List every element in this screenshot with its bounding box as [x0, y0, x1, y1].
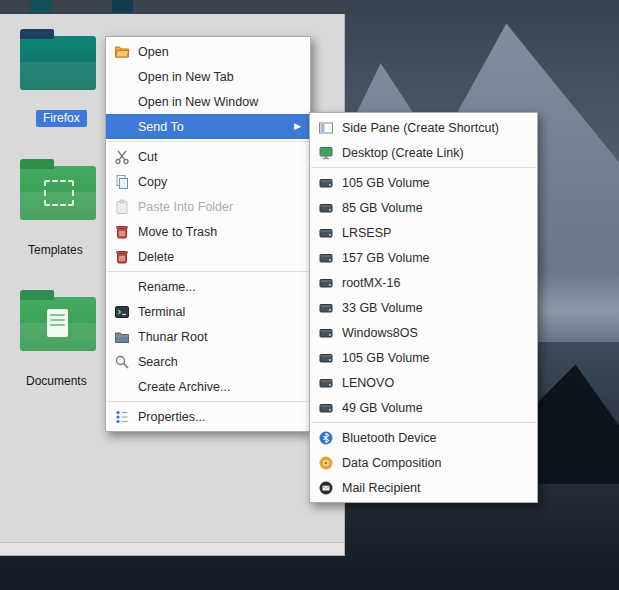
copy-icon: [113, 174, 130, 190]
menu-item-label: Cut: [138, 150, 157, 164]
firefox-folder-label[interactable]: Firefox: [36, 110, 87, 127]
menu-item-label: Open in New Tab: [138, 70, 234, 84]
drive-icon: [317, 300, 334, 316]
submenu-item-volume[interactable]: 157 GB Volume: [310, 245, 537, 270]
icon-spacer: [113, 279, 130, 295]
menu-item-label: Delete: [138, 250, 174, 264]
submenu-item-desktop-link[interactable]: Desktop (Create Link): [310, 140, 537, 165]
firefox-folder-icon[interactable]: [20, 36, 96, 90]
drive-icon: [317, 275, 334, 291]
submenu-arrow-icon: ▶: [294, 122, 301, 131]
submenu-item-label: Desktop (Create Link): [342, 146, 464, 160]
trash-icon: [113, 249, 130, 265]
folder-icon: [113, 329, 130, 345]
icon-spacer: [113, 69, 130, 85]
menu-item-send-to[interactable]: Send To ▶: [106, 114, 310, 139]
submenu-item-volume[interactable]: Windows8OS: [310, 320, 537, 345]
trash-icon: [113, 224, 130, 240]
submenu-item-label: Side Pane (Create Shortcut): [342, 121, 499, 135]
magnifier-icon: [113, 354, 130, 370]
drive-icon: [317, 400, 334, 416]
submenu-item-label: 105 GB Volume: [342, 176, 430, 190]
submenu-item-volume[interactable]: 85 GB Volume: [310, 195, 537, 220]
submenu-item-side-pane[interactable]: Side Pane (Create Shortcut): [310, 115, 537, 140]
menu-separator: [107, 271, 309, 272]
icon-spacer: [113, 119, 130, 135]
clipboard-icon: [113, 199, 130, 215]
screen: Firefox Templates Documents Open Open in…: [0, 0, 619, 590]
document-emblem-line: [50, 319, 65, 321]
documents-folder-icon[interactable]: [20, 297, 96, 351]
submenu-item-volume[interactable]: LRSESP: [310, 220, 537, 245]
send-to-submenu: Side Pane (Create Shortcut) Desktop (Cre…: [309, 112, 538, 503]
submenu-item-volume[interactable]: LENOVO: [310, 370, 537, 395]
document-emblem-line: [50, 314, 65, 316]
menu-separator: [107, 141, 309, 142]
scissors-icon: [113, 149, 130, 165]
submenu-item-label: Mail Recipient: [342, 481, 421, 495]
menu-item-copy[interactable]: Copy: [106, 169, 310, 194]
context-menu: Open Open in New Tab Open in New Window …: [105, 36, 311, 432]
drive-icon: [317, 200, 334, 216]
templates-folder-label[interactable]: Templates: [28, 243, 83, 257]
window-bottom-edge: [0, 542, 344, 555]
burn-disc-icon: [317, 455, 334, 471]
menu-separator: [311, 167, 536, 168]
menu-item-cut[interactable]: Cut: [106, 144, 310, 169]
submenu-item-volume[interactable]: 49 GB Volume: [310, 395, 537, 420]
submenu-item-volume[interactable]: 105 GB Volume: [310, 345, 537, 370]
menu-item-label: Create Archive...: [138, 380, 230, 394]
submenu-item-mail-recipient[interactable]: Mail Recipient: [310, 475, 537, 500]
document-emblem: [47, 309, 68, 337]
submenu-item-label: 85 GB Volume: [342, 201, 423, 215]
menu-item-move-to-trash[interactable]: Move to Trash: [106, 219, 310, 244]
menu-item-open-new-window[interactable]: Open in New Window: [106, 89, 310, 114]
menu-item-label: Copy: [138, 175, 167, 189]
menu-item-open-new-tab[interactable]: Open in New Tab: [106, 64, 310, 89]
drive-icon: [317, 350, 334, 366]
menu-item-label: Properties...: [138, 410, 205, 424]
menu-item-label: Search: [138, 355, 178, 369]
menu-item-rename[interactable]: Rename...: [106, 274, 310, 299]
documents-folder-label[interactable]: Documents: [26, 374, 87, 388]
submenu-item-label: 157 GB Volume: [342, 251, 430, 265]
menu-item-label: Open in New Window: [138, 95, 258, 109]
icon-spacer: [113, 94, 130, 110]
mail-icon: [317, 480, 334, 496]
menu-item-label: Send To: [138, 120, 184, 134]
menu-item-label: Paste Into Folder: [138, 200, 233, 214]
menu-item-delete[interactable]: Delete: [106, 244, 310, 269]
menu-item-thunar-root[interactable]: Thunar Root: [106, 324, 310, 349]
submenu-item-volume[interactable]: 105 GB Volume: [310, 170, 537, 195]
partial-folder-icon: [30, 0, 51, 13]
drive-icon: [317, 375, 334, 391]
drive-icon: [317, 175, 334, 191]
submenu-item-volume[interactable]: rootMX-16: [310, 270, 537, 295]
submenu-item-label: 49 GB Volume: [342, 401, 423, 415]
desktop-monitor-icon: [317, 145, 334, 161]
menu-item-label: Terminal: [138, 305, 185, 319]
submenu-item-data-composition[interactable]: Data Composition: [310, 450, 537, 475]
menu-item-terminal[interactable]: Terminal: [106, 299, 310, 324]
submenu-item-bluetooth[interactable]: Bluetooth Device: [310, 425, 537, 450]
menu-item-search[interactable]: Search: [106, 349, 310, 374]
submenu-item-volume[interactable]: 33 GB Volume: [310, 295, 537, 320]
menu-item-create-archive[interactable]: Create Archive...: [106, 374, 310, 399]
bluetooth-icon: [317, 430, 334, 446]
menu-item-paste-into-folder[interactable]: Paste Into Folder: [106, 194, 310, 219]
document-emblem-line: [50, 324, 65, 326]
submenu-item-label: LRSESP: [342, 226, 391, 240]
menu-item-properties[interactable]: Properties...: [106, 404, 310, 429]
menu-item-label: Rename...: [138, 280, 196, 294]
submenu-item-label: LENOVO: [342, 376, 394, 390]
submenu-item-label: 105 GB Volume: [342, 351, 430, 365]
drive-icon: [317, 250, 334, 266]
menu-item-label: Thunar Root: [138, 330, 207, 344]
partial-folder-icon: [112, 0, 133, 13]
templates-folder-icon[interactable]: [20, 166, 96, 220]
drive-icon: [317, 325, 334, 341]
menu-item-label: Move to Trash: [138, 225, 217, 239]
submenu-item-label: rootMX-16: [342, 276, 400, 290]
drive-icon: [317, 225, 334, 241]
menu-item-open[interactable]: Open: [106, 39, 310, 64]
